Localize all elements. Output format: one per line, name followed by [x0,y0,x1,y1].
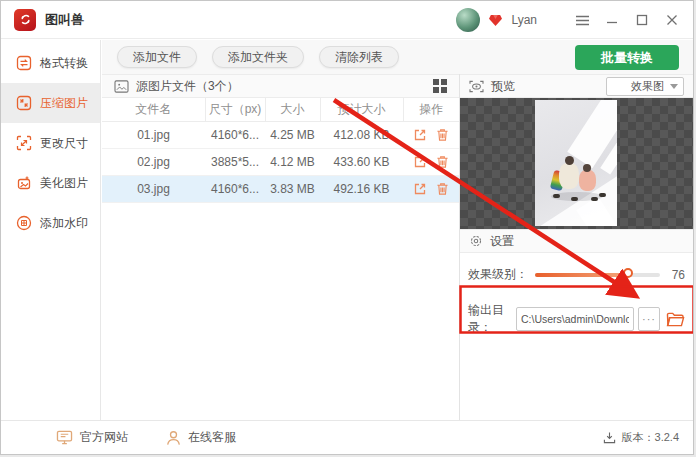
preview-panel: 预览 效果图 设置 效果级别： [459,74,693,420]
version-label: 版本：3.2.4 [622,430,679,445]
chevron-down-icon [670,84,678,89]
sidebar-item-label: 压缩图片 [40,95,88,112]
batch-convert-button[interactable]: 批量转换 [575,45,679,70]
cell-dimensions: 4160*6... [205,121,265,148]
sidebar-item-format-convert[interactable]: 格式转换 [1,43,100,83]
open-file-icon[interactable] [413,155,427,169]
preview-icon [469,80,484,93]
image-file-icon [114,80,129,93]
cell-size: 4.12 MB [265,148,320,175]
delete-file-icon[interactable] [436,182,449,196]
cell-size: 3.83 MB [265,175,320,202]
col-filename: 文件名 [102,98,205,121]
level-slider-thumb[interactable] [623,268,633,278]
app-title: 图叫兽 [45,11,84,29]
browse-more-button[interactable]: ··· [638,307,660,331]
preview-title: 预览 [491,78,515,95]
delete-file-icon[interactable] [436,128,449,142]
version-info[interactable]: 版本：3.2.4 [603,430,679,445]
vip-badge-icon [488,14,503,27]
user-name[interactable]: Lyan [511,13,537,27]
level-slider-fill [535,273,630,277]
cell-filename: 03.jpg [102,175,205,202]
grid-view-icon[interactable] [433,79,447,93]
watermark-icon [16,215,32,231]
menu-icon[interactable] [571,9,593,31]
table-row-selected[interactable]: 03.jpg 4160*6... 3.83 MB 492.16 KB [102,175,459,202]
cell-filename: 02.jpg [102,148,205,175]
sidebar-item-label: 格式转换 [40,55,88,72]
table-row[interactable]: 02.jpg 3885*5... 4.12 MB 433.60 KB [102,148,459,175]
file-list-title: 源图片文件（3个） [136,78,239,95]
effect-level-slider[interactable] [535,273,660,277]
preview-mode-value: 效果图 [631,79,664,94]
official-website-label: 官方网站 [80,429,128,446]
resize-icon [16,135,32,151]
col-size: 大小 [265,98,320,121]
effect-level-label: 效果级别： [468,266,528,283]
cell-dimensions: 4160*6... [205,175,265,202]
output-dir-label: 输出目录： [468,302,512,336]
delete-file-icon[interactable] [436,155,449,169]
sidebar-item-watermark[interactable]: 添加水印 [1,203,100,243]
effect-level-value: 76 [667,268,685,282]
online-support-label: 在线客服 [188,429,236,446]
beautify-image-icon [16,175,32,191]
footer-bar: 官方网站 在线客服 版本：3.2.4 [1,420,693,454]
sidebar-item-label: 更改尺寸 [40,135,88,152]
output-path-input[interactable] [516,307,634,331]
sidebar: 格式转换 压缩图片 更改尺寸 美化图片 添加水印 [1,40,101,420]
clear-list-button[interactable]: 清除列表 [319,46,399,68]
file-list-panel: 源图片文件（3个） 文件名 尺寸（px) 大小 预计大小 操作 01.jpg 4… [102,74,459,420]
preview-mode-select[interactable]: 效果图 [606,77,684,96]
table-row[interactable]: 01.jpg 4160*6... 4.25 MB 412.08 KB [102,121,459,148]
monitor-icon [56,430,73,445]
cell-estimated-size: 492.16 KB [320,175,403,202]
col-dimensions: 尺寸（px) [205,98,265,121]
file-table: 文件名 尺寸（px) 大小 预计大小 操作 01.jpg 4160*6... 4… [102,98,459,203]
app-logo-icon [14,9,36,31]
table-header-row: 文件名 尺寸（px) 大小 预计大小 操作 [102,98,459,121]
cell-dimensions: 3885*5... [205,148,265,175]
download-icon [603,431,616,444]
sidebar-item-compress-image[interactable]: 压缩图片 [1,83,100,123]
sidebar-item-label: 美化图片 [40,175,88,192]
preview-image [535,100,617,226]
cell-estimated-size: 433.60 KB [320,148,403,175]
sidebar-item-resize[interactable]: 更改尺寸 [1,123,100,163]
title-bar: 图叫兽 Lyan [1,1,693,39]
minimize-button[interactable] [601,9,623,31]
close-button[interactable] [661,9,683,31]
app-window: 图叫兽 Lyan 格式转换 压缩图片 更改尺寸 美化图片 [0,0,694,455]
add-file-button[interactable]: 添加文件 [117,46,197,68]
person-icon [166,430,181,446]
cell-size: 4.25 MB [265,121,320,148]
sidebar-item-beautify[interactable]: 美化图片 [1,163,100,203]
cell-estimated-size: 412.08 KB [320,121,403,148]
open-folder-icon[interactable] [666,311,685,328]
gear-icon [469,234,483,248]
open-file-icon[interactable] [413,128,427,142]
compress-image-icon [16,95,32,111]
user-avatar[interactable] [456,8,480,32]
col-actions: 操作 [403,98,459,121]
col-estimated-size: 预计大小 [320,98,403,121]
preview-canvas [460,98,693,229]
settings-title: 设置 [490,233,514,250]
toolbar: 添加文件 添加文件夹 清除列表 批量转换 [102,40,693,74]
format-convert-icon [16,55,32,71]
maximize-button[interactable] [631,9,653,31]
open-file-icon[interactable] [413,182,427,196]
official-website-link[interactable]: 官方网站 [56,429,128,446]
cell-filename: 01.jpg [102,121,205,148]
online-support-link[interactable]: 在线客服 [166,429,236,446]
add-folder-button[interactable]: 添加文件夹 [212,46,304,68]
sidebar-item-label: 添加水印 [40,215,88,232]
